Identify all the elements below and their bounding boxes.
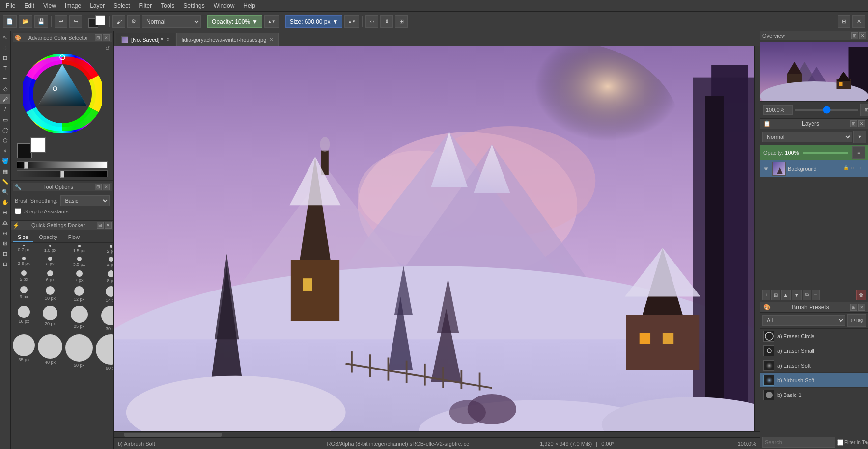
open-document-button[interactable]: 📂 xyxy=(19,15,32,28)
add-layer-button[interactable]: + xyxy=(762,290,770,300)
menu-tools[interactable]: Tools xyxy=(157,1,178,10)
brush-preset-icon[interactable]: 🖌 xyxy=(112,15,125,28)
size-spinner[interactable]: ▲▼ xyxy=(344,15,359,28)
brush-size-12[interactable]: 9 px xyxy=(13,286,35,303)
tool-similar-selection[interactable]: ⊞ xyxy=(0,249,10,259)
redo-button[interactable]: ↪ xyxy=(69,15,82,28)
tool-magnetic-selection[interactable]: ⊟ xyxy=(0,259,10,269)
tool-fill[interactable]: 🪣 xyxy=(0,156,10,166)
brush-size-17[interactable]: 20 px xyxy=(38,306,62,331)
brush-settings-button[interactable]: ⚙ xyxy=(127,15,140,28)
tool-freehand-selection[interactable]: ⌖ xyxy=(0,146,10,156)
size-control[interactable]: Size: 600.00 px ▼ xyxy=(285,15,343,28)
layers-close-button[interactable]: ✕ xyxy=(858,120,865,127)
presets-search-input[interactable] xyxy=(762,437,835,448)
tool-multibrush[interactable]: ⁂ xyxy=(0,218,10,228)
filter-in-tag-checkbox[interactable] xyxy=(837,439,843,446)
layer-style-button[interactable]: ≡ xyxy=(812,290,820,300)
brush-size-0[interactable]: 0.7 px xyxy=(13,245,35,254)
brush-size-9[interactable]: 6 px xyxy=(38,270,62,283)
layer-visibility-background[interactable]: 👁 xyxy=(762,165,770,173)
opacity-gradient-slider[interactable] xyxy=(17,170,108,177)
overview-thumbnail[interactable] xyxy=(760,42,868,101)
layer-opacity-menu[interactable]: ≡ xyxy=(852,146,865,159)
reset-color-button[interactable]: ↺ xyxy=(105,45,110,52)
menu-file[interactable]: File xyxy=(2,1,19,10)
presets-float-button[interactable]: ⊞ xyxy=(850,304,857,311)
tool-edit-shapes[interactable]: ◇ xyxy=(0,84,10,94)
wrap-around-button[interactable]: ⊞ xyxy=(395,15,408,28)
tool-ellipse[interactable]: ◯ xyxy=(0,125,10,135)
presets-filter-select[interactable]: All xyxy=(762,315,845,326)
tab-not-saved[interactable]: [Not Saved] * ✕ xyxy=(116,33,175,46)
tab-not-saved-close[interactable]: ✕ xyxy=(166,37,170,42)
brush-size-23[interactable]: 60 px xyxy=(96,334,113,370)
canvas-viewport[interactable] xyxy=(114,46,754,431)
menu-settings[interactable]: Settings xyxy=(179,1,208,10)
brush-size-14[interactable]: 12 px xyxy=(65,286,93,303)
tool-assistant[interactable]: ⊕ xyxy=(0,208,10,217)
tool-contiguous-selection[interactable]: ⊠ xyxy=(0,238,10,248)
color-wheel-svg[interactable] xyxy=(23,54,102,133)
preset-airbrush-soft[interactable]: b) Airbrush Soft xyxy=(760,373,868,388)
delete-layer-button[interactable]: 🗑 xyxy=(856,290,866,300)
quick-settings-close-button[interactable]: ✕ xyxy=(105,222,112,229)
tool-calligraphy[interactable]: ✒ xyxy=(0,74,10,83)
menu-image[interactable]: Image xyxy=(61,1,85,10)
zoom-fit-button[interactable]: ⊞ xyxy=(860,104,868,116)
tool-pan[interactable]: ✋ xyxy=(0,197,10,207)
canvas-scrollbar-v[interactable] xyxy=(754,46,760,431)
tool-options-float-button[interactable]: ⊞ xyxy=(95,184,102,190)
snap-checkbox[interactable] xyxy=(15,208,21,214)
close-button[interactable]: ✕ xyxy=(852,15,865,28)
preset-eraser-circle[interactable]: a) Eraser Circle xyxy=(760,329,868,343)
brush-size-6[interactable]: 3.5 px xyxy=(65,257,93,267)
brush-size-4[interactable]: 2.5 px xyxy=(13,257,35,267)
mirror-v-button[interactable]: ⇕ xyxy=(380,15,393,28)
brush-size-21[interactable]: 40 px xyxy=(38,334,62,370)
quick-settings-float-button[interactable]: ⊞ xyxy=(97,222,104,229)
tool-crop[interactable]: ⊡ xyxy=(0,53,10,63)
brush-size-15[interactable]: 14 px xyxy=(96,286,113,303)
layers-float-button[interactable]: ⊞ xyxy=(850,120,857,127)
new-document-button[interactable]: 📄 xyxy=(3,15,17,28)
brush-size-18[interactable]: 25 px xyxy=(65,306,93,331)
undo-button[interactable]: ↩ xyxy=(55,15,67,28)
background-color-small[interactable] xyxy=(95,15,105,25)
brush-size-7[interactable]: 4 px xyxy=(96,257,113,267)
brush-size-19[interactable]: 30 px xyxy=(96,306,113,331)
layer-alpha-icon[interactable]: α xyxy=(851,165,858,172)
tool-text[interactable]: T xyxy=(0,63,10,73)
brush-size-20[interactable]: 35 px xyxy=(13,334,35,370)
brush-size-22[interactable]: 50 px xyxy=(65,334,93,370)
blend-mode-select[interactable]: Normal xyxy=(142,15,201,28)
opacity-control[interactable]: Opacity: 100% ▼ xyxy=(207,15,262,28)
tool-freehand-paint[interactable]: 🖌 xyxy=(0,94,10,104)
brush-size-13[interactable]: 10 px xyxy=(38,286,62,303)
overview-close-button[interactable]: ✕ xyxy=(859,32,866,39)
canvas-scrollbar-h[interactable] xyxy=(114,431,760,437)
tab-size[interactable]: Size xyxy=(13,233,33,242)
tab-reference-close[interactable]: ✕ xyxy=(269,37,273,42)
tab-reference-image[interactable]: lidia-goryachewa-winter-houses.jpg ✕ xyxy=(176,33,279,46)
brush-size-1[interactable]: 1.0 px xyxy=(38,245,62,254)
add-group-button[interactable]: ⊞ xyxy=(771,290,780,300)
brush-smoothing-select[interactable]: Basic xyxy=(60,195,110,206)
tab-opacity[interactable]: Opacity xyxy=(34,233,62,242)
menu-edit[interactable]: Edit xyxy=(20,1,38,10)
presets-close-button[interactable]: ✕ xyxy=(858,304,865,311)
zoom-input[interactable] xyxy=(763,105,793,115)
preset-basic-1[interactable]: b) Basic-1 xyxy=(760,388,868,402)
menu-window[interactable]: Window xyxy=(210,1,239,10)
tab-flow[interactable]: Flow xyxy=(63,233,84,242)
background-color-swatch[interactable] xyxy=(30,137,46,153)
menu-filter[interactable]: Filter xyxy=(135,1,156,10)
tool-transform[interactable]: ⊹ xyxy=(0,43,10,53)
layers-filter-button[interactable]: ▼ xyxy=(853,131,866,143)
layer-opacity-bar[interactable] xyxy=(803,152,849,154)
preset-eraser-soft[interactable]: a) Eraser Soft xyxy=(760,358,868,373)
scrollbar-thumb-h[interactable] xyxy=(124,433,222,437)
brush-size-8[interactable]: 5 px xyxy=(13,270,35,283)
tool-gradient[interactable]: ▦ xyxy=(0,166,10,176)
tool-pointer[interactable]: ↖ xyxy=(0,32,10,42)
